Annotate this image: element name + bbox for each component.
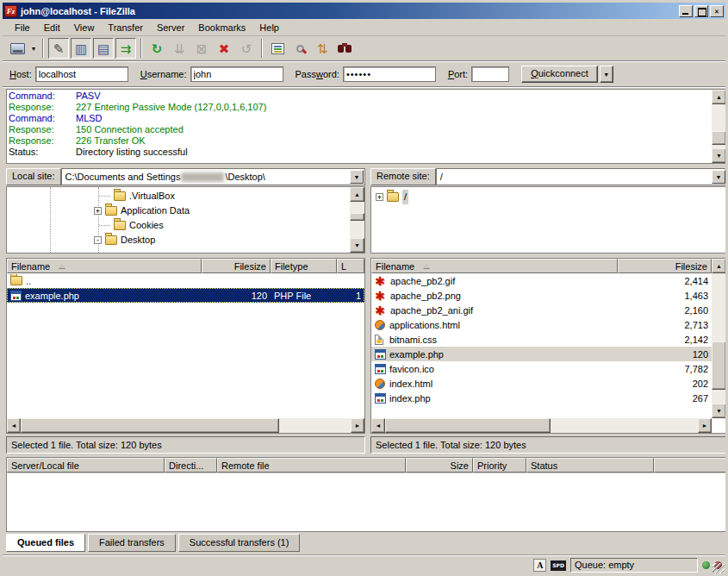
toolbar-separator [261,39,263,58]
column-direction[interactable]: Directi... [165,458,217,473]
site-manager-button[interactable] [7,38,28,59]
file-row-parent-dir[interactable]: .. [7,273,364,288]
process-queue-button[interactable]: ⇊ [169,38,190,59]
column-server-local-file[interactable]: Server/Local file [7,458,165,473]
scrollbar-thumb[interactable] [712,341,726,390]
username-input[interactable] [190,66,283,82]
menu-bookmarks[interactable]: Bookmarks [191,21,252,34]
column-filetype[interactable]: Filetype [271,259,337,273]
password-input[interactable] [343,66,436,82]
maximize-button[interactable] [694,5,708,17]
log-scrollbar[interactable]: ▲ ▼ [712,90,726,163]
tab-queued-files[interactable]: Queued files [6,534,85,552]
local-list-hscrollbar[interactable]: ◄ ► [7,418,364,433]
close-button[interactable] [710,5,724,17]
tree-item-application-data[interactable]: +Application Data [7,203,364,218]
scroll-down-button[interactable]: ▼ [712,404,726,418]
toggle-remote-tree-button[interactable]: ▤ [93,38,114,59]
column-status[interactable]: Status [526,458,654,473]
disconnect-button[interactable]: ✖ [214,38,234,59]
remote-site-combo[interactable]: / ▼ [436,168,727,185]
file-row[interactable]: bitnami.css2,142 [371,332,712,347]
remote-list-hscrollbar[interactable]: ◄ ► [371,418,712,433]
column-size[interactable]: Size [406,458,473,473]
file-row[interactable]: favicon.ico7,782 [371,361,712,376]
menu-edit[interactable]: Edit [37,21,67,34]
scrollbar-thumb[interactable] [712,131,726,145]
cancel-button[interactable]: ⊠ [191,38,212,59]
toggle-message-log-button[interactable]: ✎ [48,38,69,59]
host-input[interactable] [35,66,128,82]
synchronized-browsing-button[interactable]: ⇅ [312,38,333,59]
tree-item-root[interactable]: + / [371,190,726,204]
column-priority[interactable]: Priority [473,458,526,473]
column-filename[interactable]: Filename [371,259,618,273]
site-manager-dropdown[interactable]: ▼ [28,39,39,58]
quickconnect-button[interactable]: Quickconnect [521,66,598,83]
scroll-down-button[interactable]: ▼ [350,238,364,253]
toggle-local-tree-button[interactable]: ▥ [71,38,91,59]
column-remote-file[interactable]: Remote file [217,458,406,473]
filter-button[interactable] [267,38,288,59]
toggle-queue-button[interactable]: ⇉ [115,38,136,59]
remote-list-vscrollbar[interactable]: ▲ ▼ [712,259,726,418]
tree-item-virtualbox[interactable]: .VirtualBox [7,189,364,203]
tree-item-cookies[interactable]: Cookies [7,218,364,233]
file-row-example-php[interactable]: example.php 120 PHP File 1 [7,288,364,303]
menu-view[interactable]: View [67,21,102,34]
menu-file[interactable]: File [8,21,37,34]
expand-icon[interactable]: + [376,193,383,201]
column-filename[interactable]: Filename [7,259,202,273]
tree-item-desktop[interactable]: -Desktop [7,233,364,247]
scroll-down-button[interactable]: ▼ [712,148,726,163]
file-row[interactable]: index.php267 [371,391,712,405]
scrollbar-thumb[interactable] [385,418,551,433]
reconnect-button[interactable]: ↺ [236,38,257,59]
resize-grip[interactable] [712,563,725,575]
menu-help[interactable]: Help [252,21,286,34]
port-input[interactable] [471,66,509,82]
file-row[interactable]: apache_pb2.gif2,414 [371,273,712,288]
tab-failed-transfers[interactable]: Failed transfers [88,534,176,552]
scroll-right-button[interactable]: ► [698,418,712,433]
scroll-right-button[interactable]: ► [351,418,364,433]
column-filesize[interactable]: Filesize [618,259,712,273]
local-tree-scrollbar[interactable]: ▲ ▼ [350,187,364,253]
scroll-up-button[interactable]: ▲ [712,90,726,104]
scroll-up-button[interactable]: ▲ [350,187,364,202]
scroll-left-button[interactable]: ◄ [371,418,385,433]
tab-successful-transfers[interactable]: Successful transfers (1) [178,534,301,552]
message-log-icon: ✎ [53,42,65,55]
scroll-left-button[interactable]: ◄ [7,418,21,433]
column-last-modified[interactable]: L [337,259,364,273]
file-row[interactable]: index.html202 [371,376,712,391]
quickconnect-dropdown[interactable]: ▼ [600,66,613,83]
log-line: Command:PASV [9,91,709,102]
ico-file-icon [375,364,386,374]
minimize-button[interactable] [679,5,693,17]
refresh-button[interactable]: ↻ [146,38,167,59]
combo-dropdown-icon[interactable]: ▼ [712,170,725,184]
file-row[interactable]: applications.html2,713 [371,317,712,332]
find-files-button[interactable] [334,38,355,59]
quickconnect-bar: Host: Username: Password: Port: Quickcon… [3,62,725,87]
directory-comparison-button[interactable] [289,38,310,59]
collapse-icon[interactable]: - [94,236,102,244]
menu-server[interactable]: Server [150,21,191,34]
column-filesize[interactable]: Filesize [202,259,271,273]
expand-icon[interactable]: + [94,207,102,215]
file-row-example-php[interactable]: example.php120 [371,347,712,361]
combo-dropdown-icon[interactable]: ▼ [350,170,364,184]
remote-site-label: Remote site: [370,168,436,185]
scrollbar-thumb[interactable] [350,213,364,221]
file-row[interactable]: apache_pb2.png1,463 [371,288,712,303]
scroll-up-button[interactable]: ▲ [712,259,726,273]
scrollbar-thumb[interactable] [21,418,279,433]
file-row[interactable]: apache_pb2_ani.gif2,160 [371,303,712,317]
local-site-combo[interactable]: C:\Documents and Settings\Desktop\ ▼ [61,168,365,185]
menu-transfer[interactable]: Transfer [101,21,150,34]
titlebar[interactable]: Fz john@localhost - FileZilla [3,3,725,19]
local-directory-tree: .VirtualBox +Application Data Cookies -D… [6,186,365,254]
folder-icon [114,191,126,201]
folder-icon [105,206,117,216]
